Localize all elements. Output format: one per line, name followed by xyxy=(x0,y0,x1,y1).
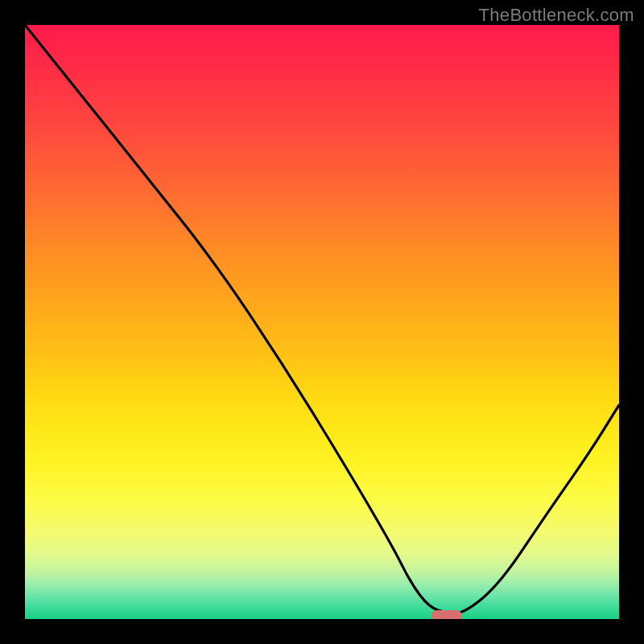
chart-marker xyxy=(431,610,462,619)
chart-curve-svg xyxy=(25,25,619,619)
chart-curve-path xyxy=(25,25,619,613)
chart-plot-area xyxy=(25,25,619,619)
watermark-text: TheBottleneck.com xyxy=(479,5,634,26)
